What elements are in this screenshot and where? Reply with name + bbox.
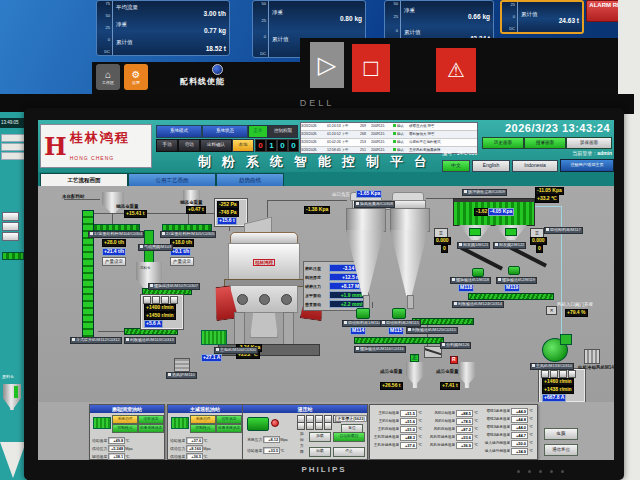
hyd-auto-load-button[interactable]: 自动加载压 (333, 432, 365, 442)
diverter-pos-b[interactable]: R (450, 356, 458, 364)
screensaver-button[interactable]: 屏保画面 (566, 137, 612, 149)
baghouse-outlet-temp: +33.2 ℃ (535, 195, 559, 203)
lube2-pump-state-button[interactable]: 油泵状态 (216, 415, 242, 424)
tab-process-flow[interactable]: 工艺流程画面 (40, 173, 128, 187)
history-screen-button[interactable]: 历史画面 (482, 137, 524, 149)
main-fan (542, 334, 572, 362)
scale-tick: 25 (262, 19, 266, 23)
drag-conveyor2-tag: 刮板输送机/M124/C0314 (452, 301, 504, 308)
temp-cell: ℃ (529, 449, 533, 453)
feeder2-setting-button[interactable]: 产量设定 (170, 257, 194, 266)
mini-panel-button[interactable] (152, 296, 160, 304)
cyclone-group (346, 192, 430, 308)
lang-chinese-button[interactable]: 中文 (442, 160, 470, 172)
alarm-cell: 2009115 (371, 123, 392, 130)
mini-panel-button[interactable] (161, 296, 169, 304)
cyclone-valve1-tag: 回转卸料器1/M114 (342, 320, 383, 327)
weigher-scale: 250DC (502, 2, 518, 32)
mill-inlet-pressure1: -252 Pa (217, 201, 239, 209)
device-no-label: 编号：24-L-016 (442, 150, 477, 156)
discharge-confirm-button[interactable]: 出料确认 (200, 139, 232, 152)
start-button-hmi[interactable]: 启动 (178, 139, 200, 152)
scale-tick: 0 (513, 15, 515, 19)
home-button[interactable]: ⌂ 工作区 (96, 64, 120, 90)
hyd-grid-button[interactable] (297, 422, 305, 430)
scale-tick: 0 (396, 29, 398, 33)
fan-buttons[interactable] (541, 370, 576, 378)
temp-cell: +34.9 (511, 448, 528, 455)
scale-tick: DC (509, 27, 515, 31)
tab-common-process[interactable]: 公用工艺画面 (128, 173, 216, 187)
dell-logo: DELL (300, 98, 335, 108)
alarm-row[interactable]: 3/23/202601:24:52 下午2682009115确认磨机振动大 报警 (301, 131, 477, 139)
station-title: 液压站 (243, 405, 367, 413)
temp-cell: ℃ (418, 411, 422, 415)
temp-cell: +50.0 (511, 440, 528, 447)
lube2-control-mode-button[interactable]: 控制模式 (190, 424, 216, 433)
temp-cell: ℃ (474, 443, 478, 447)
classifier-buttons[interactable] (143, 296, 178, 304)
comm-reset-button[interactable]: 通信复位 (544, 444, 578, 456)
mini-panel-button[interactable] (143, 296, 151, 304)
lube1-system-state-button[interactable]: 润滑系统状态 (138, 424, 164, 433)
hyd-load-button[interactable]: 加载 (309, 432, 331, 442)
lube1-pump-state-button[interactable]: 油泵状态 (138, 415, 164, 424)
alarm-cell: 269 (360, 123, 371, 130)
tab-trend-curve[interactable]: 趋势曲线 (216, 173, 284, 187)
lube2-start-stop-button[interactable]: 系统启停 (190, 415, 216, 424)
alarm-button[interactable]: ⚠ (436, 48, 476, 92)
manual-button[interactable]: 手动 (156, 139, 178, 152)
system-state-button[interactable]: 系统状态 (202, 125, 248, 138)
weigher-row: 净重0.66 kg (404, 7, 490, 20)
mini-panel-button[interactable] (170, 296, 178, 304)
feeder1-setting-button[interactable]: 产量设定 (102, 257, 126, 266)
lube1-control-mode-button[interactable]: 控制模式 (112, 424, 138, 433)
cyclone-valve1-code: M114 (350, 327, 366, 335)
mini-panel-button[interactable] (568, 370, 576, 378)
logout-button[interactable]: 注销用户/返回主页 (560, 159, 614, 172)
temp-cell: 磨辊1轴承温度 (483, 409, 510, 413)
hyd-unload-button[interactable]: 卸载 (309, 447, 331, 457)
temp-cell: 输入轴外侧温度 (483, 449, 510, 453)
temp-cell: 风机前轴承温度 (428, 435, 455, 439)
temp-cell: +78.5 (456, 418, 473, 425)
left-monitor-button[interactable] (2, 222, 19, 231)
dell-screen: 7550250DC 平均流量3.00 t/h净重0.77 kg累计值18.52 … (0, 0, 618, 96)
hyd-grid-button[interactable] (315, 422, 323, 430)
stop-button[interactable]: □ (352, 44, 390, 92)
left-monitor-button[interactable] (2, 232, 19, 241)
settings-button[interactable]: ⚙ 设置 (124, 64, 148, 90)
computer-button[interactable]: 电脑 (544, 428, 578, 440)
alarm-screen-button[interactable]: 报警画面 (524, 137, 566, 149)
home-icon: ⌂ (105, 70, 111, 80)
lube1-start-stop-button[interactable]: 系统启停 (112, 415, 138, 424)
start-button[interactable]: ▷ (310, 42, 344, 88)
weigher-scale: 7550250DC (97, 1, 113, 55)
mini-panel-button[interactable] (541, 370, 549, 378)
feeder2-setpoint: +18.0 t/h (170, 239, 194, 247)
lang-english-button[interactable]: English (472, 160, 510, 172)
hyd-grid-button[interactable] (324, 422, 332, 430)
product-conveyor-tag: 刮板输送机/M125/C0315 (406, 327, 458, 334)
baghouse-dp: -4.05 Kpa (488, 208, 514, 216)
temp-cell: +48.3 (400, 434, 417, 441)
alarm-row[interactable]: 3/23/202601:24:53 下午2692009115确认研磨压力低 报警 (301, 123, 477, 131)
temp-cell: +44.7 (511, 432, 528, 439)
osd-buttons[interactable] (517, 470, 564, 473)
alarm-reset-button[interactable]: ALARM RESET (586, 0, 618, 22)
station-panels: 磨辊润滑油站 系统启停 油泵状态 控制模式 润滑系统状态 油箱温度 +49.8℃… (38, 402, 614, 460)
temp-row: 风机U相温度+88.5℃ (428, 409, 478, 417)
system-mode-button[interactable]: 系统模式 (156, 125, 202, 138)
lube2-system-state-button[interactable]: 润滑系统状态 (216, 424, 242, 433)
classifier-speed-actual: +1450 r/min (144, 312, 176, 320)
hyd-grid-button[interactable] (306, 422, 314, 430)
hyd-stop-button[interactable]: 停止 (333, 447, 365, 457)
diverter-pos-a[interactable]: 正 (410, 354, 419, 362)
left-monitor-button[interactable] (2, 212, 19, 221)
mini-panel-button[interactable] (550, 370, 558, 378)
temp-cell: +51.5 (400, 410, 417, 417)
mini-panel-button[interactable] (559, 370, 567, 378)
hydraulic-station: 液压站 正常停止(5623) 复位 加卸升降 加载 卸载 (242, 404, 368, 460)
lang-indonesia-button[interactable]: Indonesia (512, 160, 558, 172)
alarm-row[interactable]: 3/23/202601:02:26 下午2532009115确认斗提机不在远程模… (301, 139, 477, 147)
